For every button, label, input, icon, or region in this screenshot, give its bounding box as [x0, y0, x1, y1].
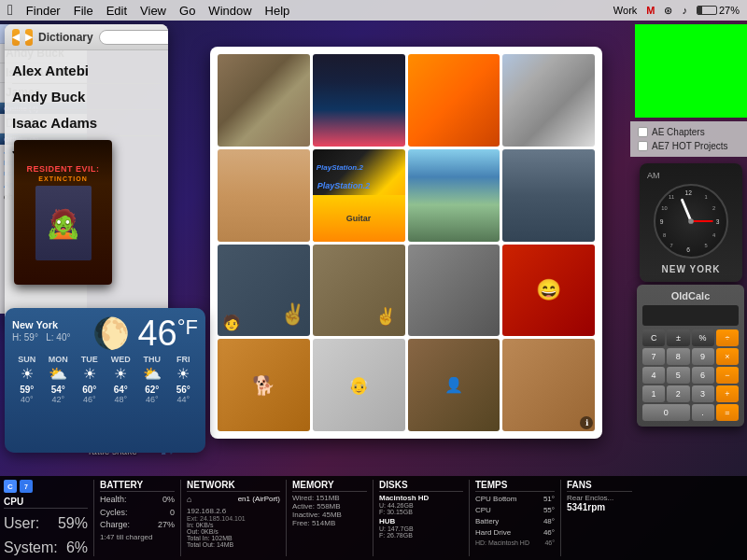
photo-cell-7[interactable]: [408, 149, 500, 242]
calc-btn-sub[interactable]: −: [716, 367, 739, 384]
calc-btn-5[interactable]: 5: [667, 367, 689, 384]
cpu-user-row: User:59%: [4, 512, 88, 535]
calc-btn-eq[interactable]: =: [716, 404, 739, 421]
weather-day-wed: WED ☀ 64° 48°: [106, 355, 136, 404]
menubar-work: Work: [613, 5, 637, 16]
weather-unit: °F: [177, 315, 198, 340]
calc-btn-3[interactable]: 3: [692, 385, 714, 402]
book-subtitle: EXTINCTION: [38, 175, 87, 182]
photo-cell-3[interactable]: [408, 54, 500, 147]
menubar-finder[interactable]: Finder: [26, 4, 61, 18]
weather-hi: H: 59°: [12, 332, 38, 343]
photo-cell-9[interactable]: ✌ 🧑: [218, 245, 310, 337]
photo-cell-2[interactable]: [313, 54, 405, 147]
svg-text:11: 11: [669, 194, 674, 200]
photo-cell-13[interactable]: 🐕: [218, 339, 310, 431]
calc-btn-2[interactable]: 2: [667, 385, 689, 402]
calc-btn-8[interactable]: 8: [667, 348, 689, 365]
disks-title: DISKS: [379, 480, 463, 492]
book-cover: RESIDENT EVIL: EXTINCTION 🧟: [14, 140, 112, 285]
photo-cell-15[interactable]: 👤: [408, 339, 500, 431]
weather-city: New York: [12, 319, 71, 330]
calc-btn-pct[interactable]: %: [692, 329, 714, 346]
svg-line-12: [683, 200, 692, 221]
calc-btn-c[interactable]: C: [642, 329, 665, 346]
dict-item-0[interactable]: Alex Antebi: [12, 58, 161, 84]
menubar-window[interactable]: Window: [208, 4, 251, 18]
photo-cell-4[interactable]: [502, 54, 595, 147]
network-ssid-row: ⌂en1 (AirPort): [187, 494, 280, 507]
calc-buttons: C ± % ÷ 7 8 9 × 4 5 6 − 1 2 3 + 0 . =: [642, 329, 739, 421]
calc-btn-pm[interactable]: ±: [667, 329, 689, 346]
green-rectangle: [635, 24, 747, 118]
apple-menu[interactable]: : [7, 2, 13, 19]
clock-am-label: AM: [647, 171, 735, 180]
photo-cell-5[interactable]: [218, 149, 310, 242]
calc-title: OldCalc: [642, 290, 739, 301]
photo-cell-14[interactable]: 👴: [313, 339, 405, 431]
ae7-hot-label: AE7 HOT Projects: [652, 141, 728, 151]
disks-hd-free: F: 30.15GB: [379, 509, 463, 515]
disks-hub-used: U: 147.7GB: [379, 525, 463, 532]
photo-cell-16[interactable]: ℹ: [502, 339, 595, 431]
calc-btn-9[interactable]: 9: [692, 348, 714, 365]
dict-item-1[interactable]: Andy Buck: [12, 84, 161, 110]
photo-cell-11[interactable]: [408, 245, 500, 337]
photo-cell-8[interactable]: [502, 149, 595, 242]
network-in: In: 0KB/s: [187, 522, 280, 528]
temps-battery: Battery48°: [475, 516, 555, 527]
weather-day-mon: MON ⛅ 54° 42°: [44, 355, 74, 404]
weather-days: SUN ☀ 59° 40° MON ⛅ 54° 42° TUE ☀ 60° 46…: [12, 355, 198, 404]
disks-hd-used: U: 44.26GB: [379, 502, 463, 509]
memory-wired: Wired: 151MB: [292, 494, 367, 502]
weather-header: New York H: 59° L: 40° 🌔 46 °F: [12, 315, 198, 351]
calc-btn-7[interactable]: 7: [642, 348, 665, 365]
photo-cell-12[interactable]: 😄: [502, 245, 595, 337]
dict-search-input[interactable]: [99, 30, 168, 45]
stats-disks-section: DISKS Macintosh HD U: 44.26GB F: 30.15GB…: [379, 480, 463, 556]
photo-grid[interactable]: PlayStation.2 Guitar ✌ 🧑 😄 🐕 👴 👤 ℹ: [210, 47, 602, 439]
ae7-hot-checkbox[interactable]: [638, 141, 648, 151]
network-out: Out: 0KB/s: [187, 528, 280, 535]
dict-title: Dictionary: [38, 31, 93, 44]
svg-text:8: 8: [663, 232, 666, 238]
calc-btn-div[interactable]: ÷: [716, 329, 739, 346]
menubar-help[interactable]: Help: [265, 4, 290, 18]
sidebar-item-ae7-hot[interactable]: AE7 HOT Projects: [634, 139, 743, 153]
dict-item-2[interactable]: Isaac Adams: [12, 110, 161, 136]
calc-btn-0[interactable]: 0: [642, 404, 690, 421]
dict-back-button[interactable]: ◀: [12, 29, 20, 46]
network-title: NETWORK: [187, 480, 280, 492]
dict-header: ◀ ▶ Dictionary: [5, 24, 168, 50]
ae-chapters-checkbox[interactable]: [638, 127, 648, 137]
calc-btn-4[interactable]: 4: [642, 367, 665, 384]
menubar-go[interactable]: Go: [179, 4, 195, 18]
stats-network-section: NETWORK ⌂en1 (AirPort) 192.168.2.6 Ext: …: [187, 480, 280, 556]
menubar-edit[interactable]: Edit: [106, 4, 127, 18]
menubar-file[interactable]: File: [74, 4, 93, 18]
svg-point-14: [688, 218, 694, 224]
memory-active: Active: 558MB: [292, 502, 367, 511]
svg-text:1: 1: [705, 194, 708, 200]
menubar-view[interactable]: View: [140, 4, 166, 18]
photo-cell-1[interactable]: [218, 54, 310, 147]
fans-rear-enclosure: Rear Enclos...: [567, 494, 632, 502]
calc-btn-1[interactable]: 1: [642, 385, 665, 402]
desktop:  Finder File Edit View Go Window Help W…: [0, 0, 747, 560]
divider-1: [93, 480, 94, 556]
divider-4: [373, 480, 374, 556]
calc-btn-mul[interactable]: ×: [716, 348, 739, 365]
disks-hub-name: HUB: [379, 517, 463, 525]
svg-text:9: 9: [660, 218, 664, 225]
battery-time-row: 1:47 till charged: [100, 532, 175, 543]
weather-temp: 46: [137, 315, 176, 351]
calc-btn-6[interactable]: 6: [692, 367, 714, 384]
dict-forward-button[interactable]: ▶: [25, 29, 33, 46]
photo-cell-10[interactable]: [313, 245, 405, 337]
battery-charge-row: Charge:27%: [100, 519, 175, 532]
ae-chapters-label: AE Chapters: [652, 127, 705, 137]
photo-cell-6[interactable]: PlayStation.2 Guitar: [313, 149, 405, 242]
calc-btn-add[interactable]: +: [716, 385, 739, 402]
calc-btn-dot[interactable]: .: [692, 404, 714, 421]
sidebar-item-ae-chapters[interactable]: AE Chapters: [634, 125, 743, 139]
